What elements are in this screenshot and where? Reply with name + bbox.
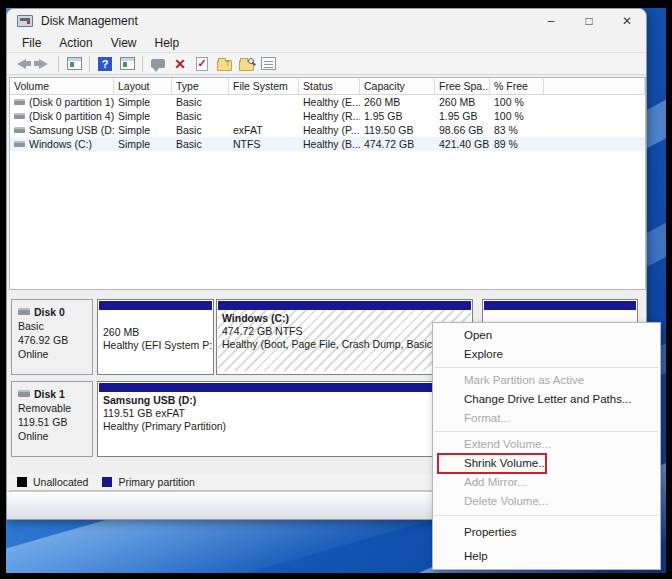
- toolbar-separator: [58, 56, 59, 72]
- desktop-wallpaper: Disk Management – □ ✕ File Action View H…: [6, 8, 666, 573]
- disk1-type: Removable: [18, 401, 92, 415]
- volume-icon: [14, 115, 25, 119]
- volume-free-space: 1.95 GB: [435, 110, 490, 122]
- menu-item-change-drive-letter[interactable]: Change Drive Letter and Paths...: [433, 390, 660, 409]
- volume-capacity: 260 MB: [360, 96, 435, 108]
- toolbar-separator: [89, 56, 90, 72]
- column-header-free-space[interactable]: Free Spa...: [435, 78, 490, 94]
- folder-search-icon[interactable]: [237, 55, 255, 73]
- menu-separator: [434, 515, 659, 516]
- menu-file[interactable]: File: [13, 35, 50, 51]
- column-header-filler: [544, 78, 645, 94]
- column-header-status[interactable]: Status: [299, 78, 360, 94]
- volume-status: Healthy (R...: [299, 110, 360, 122]
- disk0-type: Basic: [18, 319, 92, 333]
- column-header-capacity[interactable]: Capacity: [360, 78, 435, 94]
- volume-name: (Disk 0 partition 1): [29, 96, 114, 108]
- column-header-type[interactable]: Type: [172, 78, 229, 94]
- volume-name: Samsung USB (D:): [29, 124, 114, 136]
- menu-item-mark-partition-active: Mark Partition as Active: [433, 371, 660, 390]
- console-window-icon[interactable]: [65, 55, 83, 73]
- table-row[interactable]: (Disk 0 partition 4) Simple Basic Health…: [10, 109, 645, 123]
- menu-item-explore[interactable]: Explore: [433, 345, 660, 364]
- disk0-status: Online: [18, 347, 92, 361]
- menu-item-properties[interactable]: Properties: [433, 520, 660, 544]
- disk1-label[interactable]: Disk 1 Removable 119.51 GB Online: [11, 381, 93, 457]
- disk0-partition-efi[interactable]: 260 MB Healthy (EFI System P:: [97, 299, 214, 375]
- help-icon[interactable]: ?: [96, 55, 114, 73]
- volume-type: Basic: [172, 138, 229, 150]
- menu-separator: [434, 431, 659, 432]
- menu-item-help[interactable]: Help: [433, 544, 660, 568]
- back-icon[interactable]: [12, 55, 30, 73]
- table-row[interactable]: Samsung USB (D:) Simple Basic exFAT Heal…: [10, 123, 645, 137]
- disk1-status: Online: [18, 429, 92, 443]
- unallocated-label: Unallocated: [33, 476, 88, 488]
- column-header-file-system[interactable]: File System: [229, 78, 299, 94]
- commit-check-icon[interactable]: ✓: [193, 55, 211, 73]
- volume-file-system: NTFS: [229, 138, 299, 150]
- volume-capacity: 1.95 GB: [360, 110, 435, 122]
- toolbar: ? ✕ ✓ ↑: [7, 52, 646, 75]
- tree-view-icon[interactable]: [118, 55, 136, 73]
- column-header-volume[interactable]: Volume: [10, 78, 114, 94]
- partition-title: Windows (C:): [222, 312, 467, 325]
- disk1-name: Disk 1: [34, 387, 65, 401]
- table-row-selected[interactable]: Windows (C:) Simple Basic NTFS Healthy (…: [10, 137, 645, 151]
- shrink-volume-label: Shrink Volume...: [464, 457, 548, 469]
- volume-pct-free: 100 %: [490, 96, 544, 108]
- disk-icon: [18, 392, 30, 397]
- menu-help[interactable]: Help: [146, 35, 189, 51]
- partition-size: 474.72 GB NTFS: [222, 325, 467, 338]
- volume-icon: [14, 143, 25, 147]
- window-controls: – □ ✕: [532, 9, 646, 33]
- volume-capacity: 474.72 GB: [360, 138, 435, 150]
- menu-action[interactable]: Action: [50, 35, 101, 51]
- partition-size: 260 MB: [103, 326, 208, 339]
- volume-free-space: 260 MB: [435, 96, 490, 108]
- partition-status: Healthy (EFI System P:: [103, 339, 208, 352]
- volume-type: Basic: [172, 110, 229, 122]
- menu-bar: File Action View Help: [7, 33, 646, 52]
- volume-layout: Simple: [114, 96, 172, 108]
- menu-item-open[interactable]: Open: [433, 326, 660, 345]
- menu-item-extend-volume: Extend Volume...: [433, 435, 660, 454]
- volume-name: (Disk 0 partition 4): [29, 110, 114, 122]
- primary-partition-strip: [99, 301, 212, 310]
- forward-icon[interactable]: [34, 55, 52, 73]
- properties-icon[interactable]: [259, 55, 277, 73]
- volume-icon: [14, 129, 25, 133]
- volume-status: Healthy (B...: [299, 138, 360, 150]
- primary-partition-swatch: [102, 477, 112, 487]
- disk0-name: Disk 0: [34, 305, 65, 319]
- folder-up-icon[interactable]: ↑: [215, 55, 233, 73]
- volume-file-system: exFAT: [229, 124, 299, 136]
- menu-view[interactable]: View: [102, 35, 146, 51]
- action-pane-icon[interactable]: [149, 55, 167, 73]
- table-row[interactable]: (Disk 0 partition 1) Simple Basic Health…: [10, 95, 645, 109]
- window-title: Disk Management: [41, 14, 138, 28]
- column-header-layout[interactable]: Layout: [114, 78, 172, 94]
- menu-item-delete-volume: Delete Volume...: [433, 492, 660, 511]
- title-bar: Disk Management – □ ✕: [7, 9, 646, 33]
- column-header-pct-free[interactable]: % Free: [490, 78, 544, 94]
- volume-type: Basic: [172, 124, 229, 136]
- volume-free-space: 98.66 GB: [435, 124, 490, 136]
- unallocated-swatch: [17, 477, 27, 487]
- delete-icon[interactable]: ✕: [171, 55, 189, 73]
- minimize-button[interactable]: –: [532, 9, 570, 33]
- primary-partition-label: Primary partition: [118, 476, 194, 488]
- maximize-button[interactable]: □: [570, 9, 608, 33]
- menu-item-shrink-volume[interactable]: Shrink Volume...: [433, 454, 660, 473]
- volume-pct-free: 100 %: [490, 110, 544, 122]
- volume-layout: Simple: [114, 138, 172, 150]
- volume-status: Healthy (E...: [299, 96, 360, 108]
- volume-name: Windows (C:): [29, 138, 92, 150]
- volume-pct-free: 83 %: [490, 124, 544, 136]
- disk-management-app-icon: [17, 15, 33, 27]
- close-button[interactable]: ✕: [608, 9, 646, 33]
- menu-separator: [434, 367, 659, 368]
- disk0-label[interactable]: Disk 0 Basic 476.92 GB Online: [11, 299, 93, 375]
- volume-status: Healthy (P...: [299, 124, 360, 136]
- partition-status: Healthy (Boot, Page File, Crash Dump, Ba…: [222, 338, 467, 351]
